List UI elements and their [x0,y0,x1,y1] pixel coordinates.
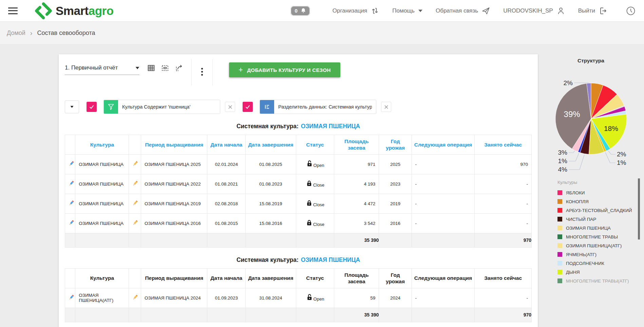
column-header[interactable]: Следующая операция [412,268,475,288]
column-header[interactable]: Следующая операция [412,135,475,155]
remove-filter-button[interactable] [225,102,235,112]
logo-icon [35,2,52,20]
column-header[interactable]: Площадь засева [334,135,379,155]
column-header[interactable]: Статус [296,135,334,155]
pie-callout-line [569,155,584,170]
edit-row-button[interactable] [69,161,74,167]
column-header[interactable]: Занято сейчас [475,135,532,155]
totals-cell [379,233,412,247]
remove-separator-button[interactable] [381,102,391,112]
filter-condition-input[interactable] [118,100,220,114]
legend-item[interactable]: ОЗИМАЯ ПШЕНИЦА(АТГ) [557,241,644,250]
scrollbar-thumb[interactable] [638,178,640,239]
legend-swatch [557,243,562,248]
column-header[interactable]: Дата завершения [246,135,296,155]
legend-title: Культуры [557,180,644,185]
edit-period-button[interactable] [132,294,138,300]
add-culture-season-button[interactable]: + ДОБАВИТЬ КУЛЬТУРУ И СЕЗОН [229,62,340,77]
pie-label: 4% [558,166,567,173]
column-header[interactable]: Дата начала [207,268,246,288]
legend-item[interactable]: ОЗИМАЯ ПШЕНИЦА [557,224,644,232]
column-header[interactable] [129,135,141,155]
separator-enabled-checkbox[interactable] [243,102,253,112]
period-cell: ОЗИМАЯ ПШЕНИЦА 2022 [141,174,207,194]
column-header[interactable] [65,135,75,155]
start-date-cell: 01.09.2023 [207,288,246,308]
edit-period-button[interactable] [132,220,138,226]
legend-scrollbar[interactable] [638,175,640,281]
filter-condition-group [103,100,220,114]
column-header[interactable] [129,268,141,288]
filter-enabled-checkbox[interactable] [87,102,97,112]
column-header[interactable]: Статус [296,268,334,288]
totals-row: 35 390970 [65,233,532,247]
culture-cell: ОЗИМАЯ ПШЕНИЦА(АТГ) [75,288,129,308]
close-icon [228,105,232,109]
column-header[interactable]: Год урожая [379,135,412,155]
history-button[interactable] [626,6,636,16]
column-header[interactable]: Занято сейчас [475,268,532,288]
table-view-icon[interactable] [147,64,155,72]
legend-item[interactable]: МНОГОЛЕТНИЕ ТРАВЫ(АТГ) [557,276,644,285]
column-header[interactable]: Дата начала [207,135,246,155]
edit-row-button[interactable] [69,220,74,226]
legend-label: МНОГОЛЕТНИЕ ТРАВЫ(АТГ) [566,278,629,284]
legend-swatch [557,252,562,257]
edit-period-button[interactable] [132,180,138,186]
report-select[interactable]: 1. Первичный отчёт [65,64,139,75]
menu-button[interactable] [8,7,18,14]
column-header[interactable]: Культура [75,135,129,155]
edit-row-button[interactable] [69,180,74,186]
nav-feedback[interactable]: Обратная связь [436,6,490,15]
column-header[interactable]: Культура [75,268,129,288]
legend-item[interactable]: ДЫНЯ [557,268,644,276]
legend-swatch [557,190,562,195]
column-header[interactable]: Дата завершения [246,268,296,288]
legend-item[interactable]: ПОДСОЛНЕЧНИК [557,259,644,268]
select-caret-icon [135,66,139,70]
fit-cells-icon[interactable] [161,64,169,72]
export-arrow-icon[interactable] [175,64,183,72]
pie-callout-line [569,151,575,153]
section-title-value: ОЗИМАЯ ПШЕНИЦА [301,123,360,130]
edit-period-button[interactable] [132,200,138,206]
legend-item[interactable]: ЯБЛОКИ [557,188,644,197]
legend-item[interactable]: ЯЧМЕНЬ(АТГ) [557,250,644,259]
legend-item[interactable]: ЧИСТЫЙ ПАР [557,215,644,224]
area-cell: 4 193 [334,174,379,194]
lock-closed-icon [306,199,313,207]
column-header[interactable] [65,268,75,288]
app-logo[interactable]: Smartagro [35,2,114,20]
notifications-button[interactable]: 0 [290,6,310,16]
legend-item[interactable]: КОНОПЛЯ [557,197,644,206]
nav-help[interactable]: Помощь [392,7,423,14]
table-row: ОЗИМАЯ ПШЕНИЦАОЗИМАЯ ПШЕНИЦА 201902.08.2… [65,194,532,213]
status-label: Close [313,182,324,188]
more-menu-button[interactable] [200,68,204,76]
nav-user[interactable]: URODOVSKIH_SP [503,6,565,15]
nav-organization[interactable]: Организация [333,6,380,15]
edit-row-button[interactable] [69,294,74,300]
filters-dropdown-button[interactable] [65,100,79,113]
pie-label: 3% [558,149,567,156]
totals-cell [75,308,129,322]
legend-item[interactable]: МНОГОЛЕТНИЕ ТРАВЫ [557,232,644,241]
area-cell: 3 542 [334,213,379,233]
nav-logout[interactable]: Выйти [578,6,607,15]
legend-item[interactable]: АРБУЗ-ТЕСТОВЫЙ_СЛАДКИЙ [557,206,644,215]
close-icon [384,105,389,109]
logout-icon [599,6,607,15]
period-cell: ОЗИМАЯ ПШЕНИЦА 2019 [141,194,207,213]
totals-cell [207,308,246,322]
edit-period-button[interactable] [132,161,138,167]
column-header[interactable]: Период выращивания [141,268,207,288]
legend-swatch [557,226,562,230]
column-header[interactable]: Период выращивания [141,135,207,155]
chart-title: Структура [538,58,644,64]
data-separator-input[interactable] [274,100,376,114]
breadcrumb-home[interactable]: Домой [7,30,25,37]
column-header[interactable]: Год урожая [379,268,412,288]
end-date-cell: 31.08.2024 [246,288,296,308]
column-header[interactable]: Площадь засева [334,268,379,288]
edit-row-button[interactable] [69,200,74,206]
